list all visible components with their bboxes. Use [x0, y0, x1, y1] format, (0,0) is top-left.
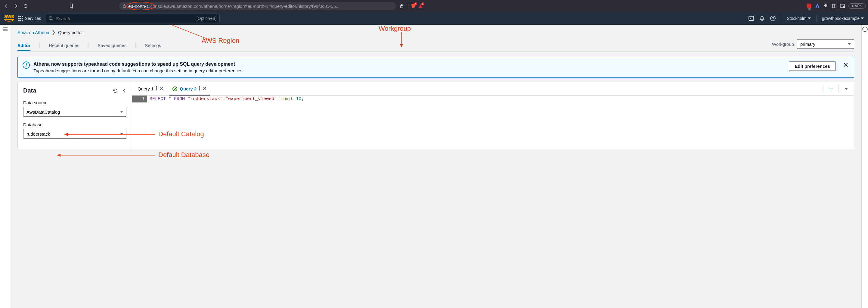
query-tab-1-label: Query 1: [137, 86, 154, 91]
search-icon: [49, 16, 53, 21]
browser-right-icons: 8 VPN: [806, 3, 866, 9]
grid-icon: [18, 16, 23, 21]
tab-editor[interactable]: Editor: [18, 40, 30, 51]
banner-close-button[interactable]: [842, 61, 849, 68]
services-label: Services: [25, 16, 41, 21]
url-host: .console.aws.amazon.com: [149, 4, 202, 9]
editor-split: Data Data source AwsDataCatalog Database…: [18, 82, 854, 149]
aws-nav: aws Services [Option+S] Stockholm growth…: [0, 12, 868, 25]
svg-point-17: [156, 89, 157, 90]
edit-preferences-button[interactable]: Edit preferences: [789, 61, 836, 71]
pip-icon[interactable]: [840, 3, 845, 9]
workgroup-value: primary: [800, 41, 815, 47]
aws-search[interactable]: [Option+S]: [45, 13, 220, 23]
svg-point-21: [199, 88, 200, 89]
lock-icon: [122, 4, 126, 8]
main-tabs: Editor Recent queries Saved queries Sett…: [18, 39, 854, 52]
success-check-icon: [173, 86, 177, 91]
svg-rect-2: [833, 4, 836, 8]
breadcrumb-root[interactable]: Amazon Athena: [18, 30, 49, 35]
tab-close-icon[interactable]: [203, 86, 207, 91]
vpn-pill[interactable]: VPN: [848, 3, 866, 9]
data-panel-title: Data: [23, 87, 36, 94]
svg-point-22: [199, 89, 200, 90]
svg-point-15: [156, 86, 157, 87]
svg-point-33: [865, 28, 865, 28]
chevron-down-icon: [120, 111, 123, 113]
url-bar[interactable]: eu-north-1.console.aws.amazon.com/athena…: [119, 2, 396, 10]
share-icon[interactable]: [398, 2, 406, 10]
info-icon: i: [23, 61, 30, 69]
tab-saved[interactable]: Saved queries: [97, 40, 126, 51]
main: Amazon Athena ❯ Query editor Editor Rece…: [0, 25, 868, 308]
info-panel-icon[interactable]: [862, 27, 868, 308]
datasource-value: AwsDataCatalog: [27, 109, 60, 114]
notification-triangle-icon[interactable]: 1: [418, 3, 423, 9]
code-line-1: SELECT * FROM "rudderstack"."experiment_…: [147, 95, 306, 103]
tab-menu-icon[interactable]: [199, 86, 200, 92]
info-banner: i Athena now supports typeahead code sug…: [18, 57, 854, 78]
services-button[interactable]: Services: [18, 16, 41, 21]
query-editor: Query 1 Query 2: [132, 82, 854, 149]
svg-rect-0: [123, 6, 125, 7]
tab-close-icon[interactable]: [159, 86, 164, 91]
banner-title: Athena now supports typeahead code sugge…: [33, 61, 785, 67]
search-input[interactable]: [56, 16, 196, 21]
content: Amazon Athena ❯ Query editor Editor Rece…: [10, 25, 861, 308]
query-tab-2-label: Query 2: [180, 86, 196, 91]
hamburger-icon[interactable]: [2, 27, 8, 308]
url-region-text: eu-north-1: [128, 4, 149, 9]
chevron-down-icon: [848, 43, 851, 45]
help-icon[interactable]: [770, 16, 776, 21]
cloudshell-icon[interactable]: [748, 16, 754, 21]
sidepanel-icon[interactable]: [832, 3, 837, 9]
tab-menu-icon[interactable]: [156, 86, 157, 92]
line-number: 1: [132, 95, 147, 103]
forward-icon[interactable]: [12, 2, 20, 10]
svg-point-6: [49, 17, 52, 20]
brave-shield-icon[interactable]: 4: [410, 3, 416, 9]
tab-overflow-button[interactable]: [841, 84, 851, 93]
database-value: rudderstack: [27, 131, 50, 137]
region-dropdown[interactable]: Stockholm: [787, 16, 810, 21]
data-panel: Data Data source AwsDataCatalog Database…: [18, 82, 132, 149]
account-dropdown[interactable]: growthbookexample: [822, 16, 864, 21]
notif-badge: 1: [421, 2, 424, 5]
reload-icon[interactable]: [22, 2, 30, 10]
tab-settings[interactable]: Settings: [145, 40, 161, 51]
datasource-label: Data source: [23, 100, 126, 105]
chevron-right-icon: ❯: [52, 30, 56, 35]
code-editor[interactable]: 1 SELECT * FROM "rudderstack"."experimen…: [132, 95, 854, 103]
bell-icon[interactable]: [760, 16, 765, 21]
ext-red-badge: 8: [808, 7, 811, 10]
add-tab-button[interactable]: [826, 84, 836, 93]
breadcrumb-current: Query editor: [58, 30, 83, 35]
refresh-icon[interactable]: [113, 88, 118, 93]
database-select[interactable]: rudderstack: [23, 129, 126, 139]
query-tab-2[interactable]: Query 2: [169, 82, 210, 95]
datasource-select[interactable]: AwsDataCatalog: [23, 107, 126, 117]
left-gutter: [0, 25, 10, 308]
svg-rect-5: [843, 6, 845, 8]
ext-blue-icon[interactable]: [815, 3, 820, 9]
tab-recent[interactable]: Recent queries: [49, 40, 79, 51]
query-tab-1[interactable]: Query 1: [134, 82, 167, 95]
svg-point-20: [199, 86, 200, 87]
workgroup-select[interactable]: primary: [797, 39, 854, 49]
banner-desc: Typeahead suggestions are turned on by d…: [33, 68, 785, 73]
url-path: /athena/home?region=eu-north-1#/query-ed…: [202, 4, 340, 9]
extensions-icon[interactable]: [823, 3, 829, 9]
database-label: Database: [23, 122, 126, 127]
annotation-database: Default Database: [158, 151, 210, 159]
svg-line-7: [52, 19, 53, 21]
browser-chrome: eu-north-1.console.aws.amazon.com/athena…: [0, 0, 868, 12]
aws-logo[interactable]: aws: [4, 15, 14, 22]
svg-point-16: [156, 88, 157, 89]
ext-red-icon[interactable]: 8: [806, 3, 812, 9]
collapse-icon[interactable]: [122, 88, 126, 93]
workgroup-control: Workgroup primary: [772, 39, 854, 51]
back-icon[interactable]: [2, 2, 10, 10]
bookmark-icon[interactable]: [67, 2, 75, 10]
search-kbd-hint: [Option+S]: [196, 16, 217, 21]
chevron-down-icon: [120, 133, 123, 135]
